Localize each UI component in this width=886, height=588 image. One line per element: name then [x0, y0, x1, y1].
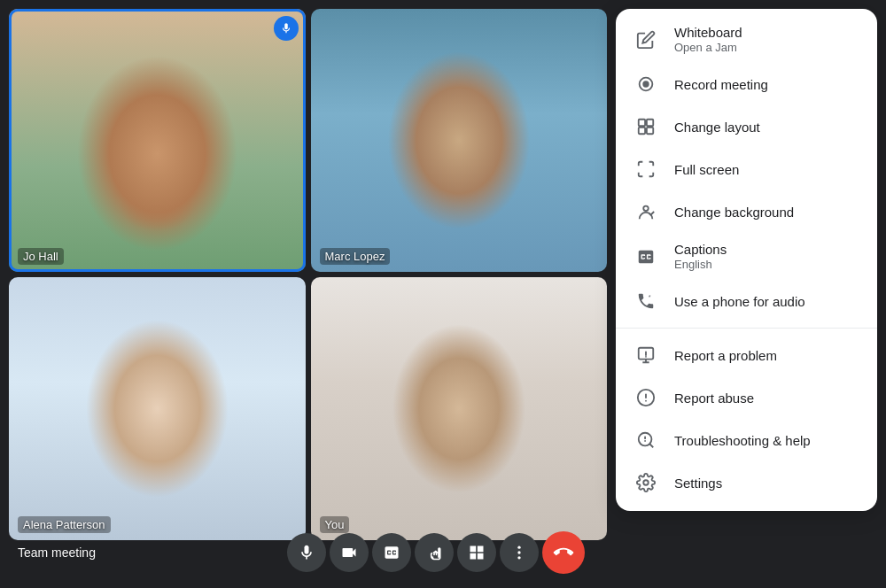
- menu-item-record[interactable]: Record meeting: [616, 63, 877, 105]
- report-abuse-icon: [633, 385, 658, 410]
- active-speaker-indicator: [274, 16, 299, 41]
- end-call-button[interactable]: [542, 531, 585, 574]
- svg-point-2: [517, 556, 520, 559]
- participant-video-marc: [311, 9, 608, 272]
- participant-name-jo: Jo Hall: [18, 248, 64, 265]
- pencil-icon: [633, 27, 658, 52]
- video-tile-you: You: [311, 277, 608, 540]
- toolbar-controls: [287, 531, 585, 574]
- svg-rect-6: [647, 120, 653, 126]
- menu-item-whiteboard[interactable]: Whiteboard Open a Jam: [616, 16, 877, 63]
- svg-point-1: [517, 551, 520, 553]
- meeting-toolbar: Team meeting: [0, 531, 602, 574]
- microphone-button[interactable]: [287, 533, 326, 572]
- menu-item-background[interactable]: Change background: [616, 190, 877, 233]
- video-tile-jo: Jo Hall: [9, 9, 306, 272]
- participant-name-marc: Marc Lopez: [320, 248, 391, 265]
- svg-rect-5: [639, 120, 645, 126]
- svg-point-9: [643, 206, 649, 212]
- background-icon: [633, 199, 658, 224]
- menu-item-layout[interactable]: Change layout: [616, 105, 877, 148]
- fullscreen-label: Full screen: [674, 162, 739, 177]
- fullscreen-icon: [633, 157, 658, 182]
- cc-icon: [633, 244, 658, 269]
- report-problem-icon: [633, 343, 658, 368]
- captions-sublabel: English: [674, 258, 727, 271]
- phone-label: Use a phone for audio: [674, 294, 805, 309]
- background-label: Change background: [674, 205, 794, 220]
- layout-button[interactable]: [457, 533, 496, 572]
- menu-item-fullscreen[interactable]: Full screen: [616, 148, 877, 190]
- menu-divider: [616, 328, 877, 329]
- video-tile-alena: Alena Patterson: [9, 277, 306, 540]
- svg-point-0: [517, 546, 520, 549]
- menu-item-phone[interactable]: * Use a phone for audio: [616, 280, 877, 322]
- svg-rect-8: [647, 128, 653, 134]
- layout-label: Change layout: [674, 120, 760, 135]
- menu-item-report-problem[interactable]: Report a problem: [616, 334, 877, 376]
- menu-item-captions[interactable]: Captions English: [616, 233, 877, 280]
- phone-icon: *: [633, 289, 658, 313]
- troubleshoot-label: Troubleshooting & help: [674, 433, 811, 448]
- participant-video-jo: [9, 9, 306, 272]
- context-menu: Whiteboard Open a Jam Record meeting Cha: [616, 9, 877, 511]
- svg-rect-7: [639, 128, 645, 134]
- menu-item-settings[interactable]: Settings: [616, 461, 877, 504]
- menu-item-troubleshoot[interactable]: Troubleshooting & help: [616, 419, 877, 461]
- settings-label: Settings: [674, 476, 722, 491]
- video-tile-marc: Marc Lopez: [311, 9, 608, 272]
- svg-point-14: [643, 480, 649, 485]
- record-icon: [633, 72, 658, 97]
- layout-icon: [633, 114, 658, 139]
- troubleshoot-icon: [633, 428, 658, 453]
- record-label: Record meeting: [674, 77, 768, 92]
- meeting-title: Team meeting: [18, 545, 96, 560]
- menu-item-report-abuse[interactable]: Report abuse: [616, 376, 877, 419]
- svg-text:*: *: [649, 293, 651, 301]
- participant-video-you: [311, 277, 608, 540]
- whiteboard-sublabel: Open a Jam: [674, 41, 742, 54]
- svg-point-4: [642, 81, 649, 87]
- video-grid: Jo Hall Marc Lopez Alena Patterson You: [9, 9, 607, 540]
- settings-icon: [633, 470, 658, 495]
- captions-button[interactable]: [372, 533, 411, 572]
- raise-hand-button[interactable]: [415, 533, 454, 572]
- captions-label: Captions: [674, 242, 727, 257]
- whiteboard-label: Whiteboard: [674, 25, 742, 40]
- report-abuse-label: Report abuse: [674, 391, 754, 406]
- report-problem-label: Report a problem: [674, 348, 777, 363]
- camera-button[interactable]: [330, 533, 369, 572]
- more-options-button[interactable]: [500, 533, 539, 572]
- participant-video-alena: [9, 277, 306, 540]
